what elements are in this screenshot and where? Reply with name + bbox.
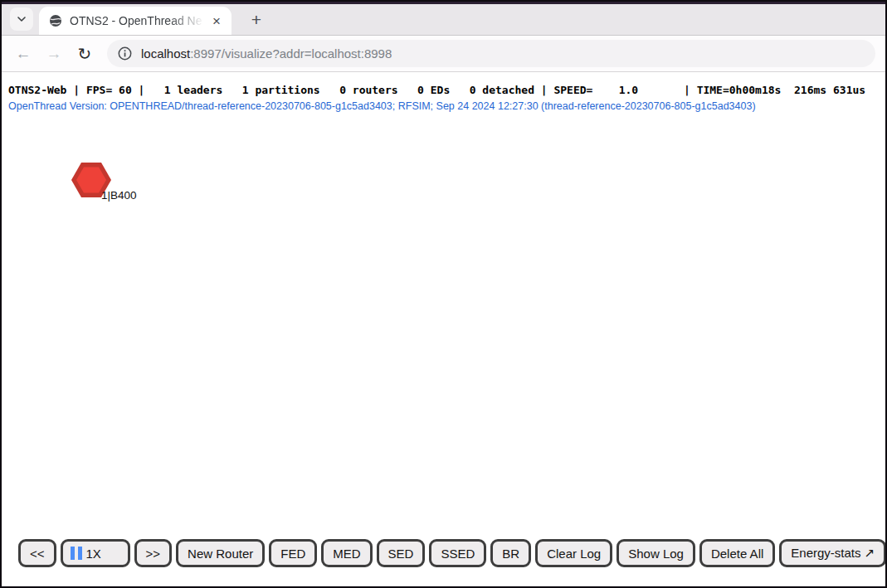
fast-forward-button[interactable]: >>: [134, 539, 173, 567]
energy-stats-button[interactable]: Energy-stats ↗: [779, 539, 886, 567]
tab-strip: OTNS2 - OpenThread Ne × +: [2, 4, 885, 36]
url-path: :8997/visualize?addr=localhost:8998: [190, 46, 392, 61]
node-label: 1|B400: [101, 189, 137, 202]
simulator-canvas: OTNS2-Web | FPS= 60 | 1 leaders 1 partit…: [2, 73, 885, 586]
address-bar: ← → ↻ localhost:8997/visualize?addr=loca…: [2, 36, 885, 72]
back-button[interactable]: ←: [13, 44, 33, 64]
browser-tab[interactable]: OTNS2 - OpenThread Ne ×: [39, 7, 231, 35]
version-link[interactable]: OpenThread Version: OPENTHREAD/thread-re…: [8, 100, 756, 112]
browser-window: OTNS2 - OpenThread Ne × + ← → ↻ localhos…: [0, 0, 887, 588]
info-icon[interactable]: [118, 46, 132, 61]
new-router-button[interactable]: New Router: [176, 539, 265, 567]
ssed-button[interactable]: SSED: [429, 539, 486, 567]
delete-all-button[interactable]: Delete All: [699, 539, 775, 567]
tab-search-button[interactable]: [10, 7, 33, 31]
chevron-down-icon: [16, 13, 27, 25]
speed-label: 1X: [86, 547, 101, 561]
show-log-button[interactable]: Show Log: [617, 539, 695, 567]
url-text: localhost:8997/visualize?addr=localhost:…: [141, 46, 392, 61]
med-button[interactable]: MED: [321, 539, 372, 567]
clear-log-button[interactable]: Clear Log: [535, 539, 612, 567]
tab-title: OTNS2 - OpenThread Ne: [70, 14, 208, 27]
fed-button[interactable]: FED: [269, 539, 317, 567]
sed-button[interactable]: SED: [377, 539, 426, 567]
tab-close-icon[interactable]: ×: [208, 12, 225, 29]
speed-pause-button[interactable]: 1X: [61, 539, 130, 567]
pause-icon: [71, 547, 82, 560]
new-tab-button[interactable]: +: [245, 7, 268, 31]
rewind-button[interactable]: <<: [18, 539, 56, 567]
url-host: localhost: [141, 46, 190, 61]
globe-icon: [49, 14, 62, 27]
url-bar[interactable]: localhost:8997/visualize?addr=localhost:…: [107, 40, 875, 67]
toolbar: << 1X >> New Router FED MED SED SSED BR …: [18, 539, 887, 567]
status-line: OTNS2-Web | FPS= 60 | 1 leaders 1 partit…: [8, 84, 865, 96]
br-button[interactable]: BR: [490, 539, 531, 567]
forward-button[interactable]: →: [44, 44, 64, 64]
reload-button[interactable]: ↻: [75, 44, 95, 64]
